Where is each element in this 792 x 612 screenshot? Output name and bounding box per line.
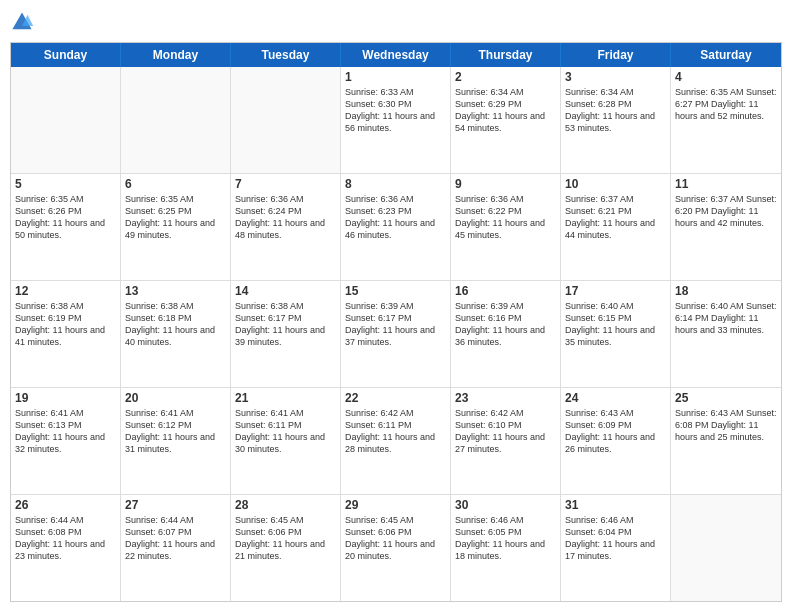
day-number: 2: [455, 70, 556, 84]
week-row-5: 26Sunrise: 6:44 AM Sunset: 6:08 PM Dayli…: [11, 494, 781, 601]
cal-cell: 2Sunrise: 6:34 AM Sunset: 6:29 PM Daylig…: [451, 67, 561, 173]
calendar-body: 1Sunrise: 6:33 AM Sunset: 6:30 PM Daylig…: [11, 67, 781, 601]
cal-cell: 4Sunrise: 6:35 AM Sunset: 6:27 PM Daylig…: [671, 67, 781, 173]
cal-cell: 22Sunrise: 6:42 AM Sunset: 6:11 PM Dayli…: [341, 388, 451, 494]
cal-cell: 15Sunrise: 6:39 AM Sunset: 6:17 PM Dayli…: [341, 281, 451, 387]
cal-cell: 11Sunrise: 6:37 AM Sunset: 6:20 PM Dayli…: [671, 174, 781, 280]
cal-cell: 7Sunrise: 6:36 AM Sunset: 6:24 PM Daylig…: [231, 174, 341, 280]
cal-cell: [11, 67, 121, 173]
cal-cell: 26Sunrise: 6:44 AM Sunset: 6:08 PM Dayli…: [11, 495, 121, 601]
day-info: Sunrise: 6:44 AM Sunset: 6:08 PM Dayligh…: [15, 514, 116, 563]
cal-cell: 28Sunrise: 6:45 AM Sunset: 6:06 PM Dayli…: [231, 495, 341, 601]
cal-cell: 5Sunrise: 6:35 AM Sunset: 6:26 PM Daylig…: [11, 174, 121, 280]
cal-cell: 18Sunrise: 6:40 AM Sunset: 6:14 PM Dayli…: [671, 281, 781, 387]
day-number: 4: [675, 70, 777, 84]
page: SundayMondayTuesdayWednesdayThursdayFrid…: [0, 0, 792, 612]
day-info: Sunrise: 6:34 AM Sunset: 6:29 PM Dayligh…: [455, 86, 556, 135]
day-number: 29: [345, 498, 446, 512]
cal-cell: 16Sunrise: 6:39 AM Sunset: 6:16 PM Dayli…: [451, 281, 561, 387]
calendar: SundayMondayTuesdayWednesdayThursdayFrid…: [10, 42, 782, 602]
day-info: Sunrise: 6:37 AM Sunset: 6:20 PM Dayligh…: [675, 193, 777, 229]
day-number: 21: [235, 391, 336, 405]
day-info: Sunrise: 6:35 AM Sunset: 6:27 PM Dayligh…: [675, 86, 777, 122]
day-info: Sunrise: 6:34 AM Sunset: 6:28 PM Dayligh…: [565, 86, 666, 135]
day-number: 15: [345, 284, 446, 298]
day-number: 18: [675, 284, 777, 298]
day-number: 17: [565, 284, 666, 298]
cal-cell: 25Sunrise: 6:43 AM Sunset: 6:08 PM Dayli…: [671, 388, 781, 494]
day-info: Sunrise: 6:46 AM Sunset: 6:05 PM Dayligh…: [455, 514, 556, 563]
cal-cell: [671, 495, 781, 601]
day-info: Sunrise: 6:43 AM Sunset: 6:09 PM Dayligh…: [565, 407, 666, 456]
day-info: Sunrise: 6:36 AM Sunset: 6:24 PM Dayligh…: [235, 193, 336, 242]
day-info: Sunrise: 6:41 AM Sunset: 6:11 PM Dayligh…: [235, 407, 336, 456]
day-info: Sunrise: 6:42 AM Sunset: 6:11 PM Dayligh…: [345, 407, 446, 456]
logo: [10, 10, 36, 34]
cal-cell: 6Sunrise: 6:35 AM Sunset: 6:25 PM Daylig…: [121, 174, 231, 280]
cal-cell: 12Sunrise: 6:38 AM Sunset: 6:19 PM Dayli…: [11, 281, 121, 387]
logo-icon: [10, 10, 34, 34]
day-number: 3: [565, 70, 666, 84]
day-number: 27: [125, 498, 226, 512]
day-info: Sunrise: 6:46 AM Sunset: 6:04 PM Dayligh…: [565, 514, 666, 563]
cal-cell: 14Sunrise: 6:38 AM Sunset: 6:17 PM Dayli…: [231, 281, 341, 387]
cal-cell: 17Sunrise: 6:40 AM Sunset: 6:15 PM Dayli…: [561, 281, 671, 387]
calendar-header: SundayMondayTuesdayWednesdayThursdayFrid…: [11, 43, 781, 67]
cal-cell: [121, 67, 231, 173]
cal-cell: 23Sunrise: 6:42 AM Sunset: 6:10 PM Dayli…: [451, 388, 561, 494]
week-row-4: 19Sunrise: 6:41 AM Sunset: 6:13 PM Dayli…: [11, 387, 781, 494]
day-info: Sunrise: 6:38 AM Sunset: 6:17 PM Dayligh…: [235, 300, 336, 349]
day-info: Sunrise: 6:39 AM Sunset: 6:16 PM Dayligh…: [455, 300, 556, 349]
day-number: 28: [235, 498, 336, 512]
day-info: Sunrise: 6:44 AM Sunset: 6:07 PM Dayligh…: [125, 514, 226, 563]
cal-cell: 3Sunrise: 6:34 AM Sunset: 6:28 PM Daylig…: [561, 67, 671, 173]
day-number: 14: [235, 284, 336, 298]
day-number: 24: [565, 391, 666, 405]
cal-cell: 31Sunrise: 6:46 AM Sunset: 6:04 PM Dayli…: [561, 495, 671, 601]
day-number: 9: [455, 177, 556, 191]
day-info: Sunrise: 6:35 AM Sunset: 6:26 PM Dayligh…: [15, 193, 116, 242]
day-info: Sunrise: 6:41 AM Sunset: 6:13 PM Dayligh…: [15, 407, 116, 456]
day-number: 30: [455, 498, 556, 512]
cal-cell: 21Sunrise: 6:41 AM Sunset: 6:11 PM Dayli…: [231, 388, 341, 494]
header-day-friday: Friday: [561, 43, 671, 67]
header-day-saturday: Saturday: [671, 43, 781, 67]
day-info: Sunrise: 6:36 AM Sunset: 6:23 PM Dayligh…: [345, 193, 446, 242]
day-number: 10: [565, 177, 666, 191]
day-info: Sunrise: 6:40 AM Sunset: 6:15 PM Dayligh…: [565, 300, 666, 349]
day-number: 16: [455, 284, 556, 298]
day-info: Sunrise: 6:42 AM Sunset: 6:10 PM Dayligh…: [455, 407, 556, 456]
cal-cell: 20Sunrise: 6:41 AM Sunset: 6:12 PM Dayli…: [121, 388, 231, 494]
day-number: 23: [455, 391, 556, 405]
day-info: Sunrise: 6:45 AM Sunset: 6:06 PM Dayligh…: [345, 514, 446, 563]
day-info: Sunrise: 6:43 AM Sunset: 6:08 PM Dayligh…: [675, 407, 777, 443]
day-info: Sunrise: 6:36 AM Sunset: 6:22 PM Dayligh…: [455, 193, 556, 242]
header: [10, 10, 782, 34]
day-number: 8: [345, 177, 446, 191]
day-number: 7: [235, 177, 336, 191]
day-info: Sunrise: 6:40 AM Sunset: 6:14 PM Dayligh…: [675, 300, 777, 336]
header-day-sunday: Sunday: [11, 43, 121, 67]
day-number: 12: [15, 284, 116, 298]
day-info: Sunrise: 6:41 AM Sunset: 6:12 PM Dayligh…: [125, 407, 226, 456]
day-number: 5: [15, 177, 116, 191]
day-info: Sunrise: 6:38 AM Sunset: 6:18 PM Dayligh…: [125, 300, 226, 349]
week-row-3: 12Sunrise: 6:38 AM Sunset: 6:19 PM Dayli…: [11, 280, 781, 387]
cal-cell: 27Sunrise: 6:44 AM Sunset: 6:07 PM Dayli…: [121, 495, 231, 601]
day-number: 13: [125, 284, 226, 298]
day-info: Sunrise: 6:35 AM Sunset: 6:25 PM Dayligh…: [125, 193, 226, 242]
cal-cell: 24Sunrise: 6:43 AM Sunset: 6:09 PM Dayli…: [561, 388, 671, 494]
day-info: Sunrise: 6:39 AM Sunset: 6:17 PM Dayligh…: [345, 300, 446, 349]
cal-cell: [231, 67, 341, 173]
day-number: 31: [565, 498, 666, 512]
day-info: Sunrise: 6:33 AM Sunset: 6:30 PM Dayligh…: [345, 86, 446, 135]
cal-cell: 1Sunrise: 6:33 AM Sunset: 6:30 PM Daylig…: [341, 67, 451, 173]
day-number: 11: [675, 177, 777, 191]
cal-cell: 13Sunrise: 6:38 AM Sunset: 6:18 PM Dayli…: [121, 281, 231, 387]
day-info: Sunrise: 6:38 AM Sunset: 6:19 PM Dayligh…: [15, 300, 116, 349]
header-day-wednesday: Wednesday: [341, 43, 451, 67]
cal-cell: 19Sunrise: 6:41 AM Sunset: 6:13 PM Dayli…: [11, 388, 121, 494]
day-number: 26: [15, 498, 116, 512]
day-number: 20: [125, 391, 226, 405]
cal-cell: 10Sunrise: 6:37 AM Sunset: 6:21 PM Dayli…: [561, 174, 671, 280]
